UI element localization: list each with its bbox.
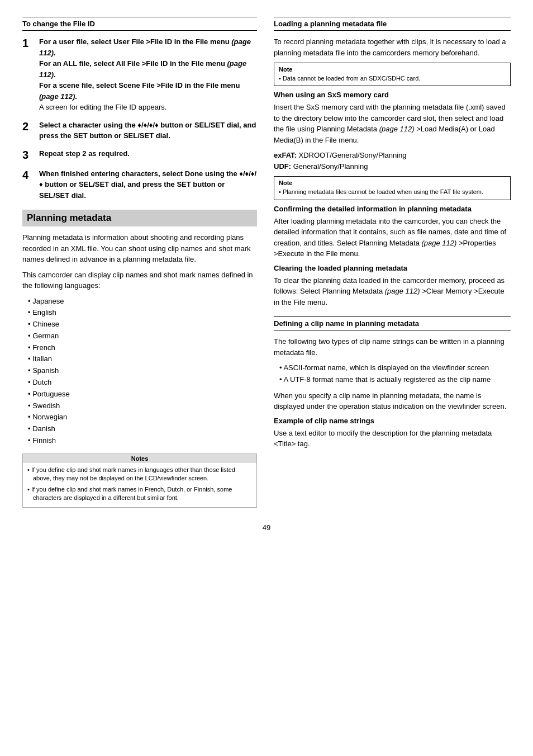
language-list: Japanese English Chinese German French I…: [28, 296, 257, 447]
step-content-3: Repeat step 2 as required.: [39, 148, 130, 162]
note-box-2: Note • Planning metadata files cannot be…: [274, 176, 511, 200]
list-item-german: German: [28, 330, 257, 342]
loading-section-title: Loading a planning metadata file: [274, 17, 511, 31]
confirming-title: Confirming the detailed information in p…: [274, 205, 511, 213]
step-3: 3 Repeat step 2 as required.: [22, 148, 257, 162]
planning-intro-1: Planning metadata is information about s…: [22, 232, 257, 265]
list-item-french: French: [28, 342, 257, 354]
step-content-2: Select a character using the ♦/♦/♦/♦ but…: [39, 120, 257, 141]
note-item-2: If you define clip and shot mark names i…: [27, 485, 252, 503]
left-column: To change the File ID 1 For a user file,…: [22, 17, 257, 512]
clearing-text: To clear the planning data loaded in the…: [274, 275, 511, 308]
list-item-danish: Danish: [28, 423, 257, 435]
defining-list-item-2: A UTF-8 format name that is actually reg…: [279, 374, 511, 386]
defining-list: ASCII-format name, which is displayed on…: [279, 362, 511, 386]
right-column: Loading a planning metadata file To reco…: [274, 17, 511, 512]
list-item-italian: Italian: [28, 353, 257, 365]
sxs-text: Insert the SxS memory card with the plan…: [274, 102, 511, 145]
exfat-text: exFAT: XDROOT/General/Sony/Planning UDF:…: [274, 150, 511, 172]
step-number-1: 1: [22, 36, 34, 113]
defining-intro: The following two types of clip name str…: [274, 336, 511, 358]
step-content-4: When finished entering characters, selec…: [39, 168, 257, 201]
defining-text: When you specify a clip name in planning…: [274, 390, 511, 412]
note-label-2: Note: [279, 179, 506, 186]
notes-label: Notes: [23, 454, 256, 463]
list-item-norwegian: Norwegian: [28, 412, 257, 423]
step-number-2: 2: [22, 120, 34, 141]
step-2: 2 Select a character using the ♦/♦/♦/♦ b…: [22, 120, 257, 141]
planning-metadata-title: Planning metadata: [22, 210, 257, 226]
list-item-swedish: Swedish: [28, 400, 257, 412]
step-number-3: 3: [22, 148, 34, 162]
defining-section-title: Defining a clip name in planning metadat…: [274, 316, 511, 330]
list-item-english: English: [28, 307, 257, 319]
list-item-portuguese: Portuguese: [28, 389, 257, 400]
notes-box: Notes If you define clip and shot mark n…: [22, 453, 257, 508]
sxs-title: When using an SxS memory card: [274, 91, 511, 99]
example-title: Example of clip name strings: [274, 417, 511, 425]
change-file-id-title: To change the File ID: [22, 17, 257, 31]
note-item-1: If you define clip and shot mark names i…: [27, 466, 252, 483]
example-text: Use a text editor to modify the descript…: [274, 428, 511, 450]
list-item-dutch: Dutch: [28, 377, 257, 389]
note-box-1: Note • Data cannot be loaded from an SDX…: [274, 63, 511, 86]
step-4: 4 When finished entering characters, sel…: [22, 168, 257, 201]
confirming-text: After loading planning metadata into the…: [274, 216, 511, 259]
clearing-title: Clearing the loaded planning metadata: [274, 264, 511, 272]
step-number-4: 4: [22, 168, 34, 201]
planning-intro-2: This camcorder can display clip names an…: [22, 270, 257, 291]
step-1: 1 For a user file, select User File >Fil…: [22, 36, 257, 113]
note-text-1: • Data cannot be loaded from an SDXC/SDH…: [279, 74, 506, 83]
defining-list-item-1: ASCII-format name, which is displayed on…: [279, 362, 511, 374]
page-number: 49: [22, 523, 511, 532]
note-label-1: Note: [279, 66, 506, 73]
step-content-1: For a user file, select User File >File …: [39, 36, 257, 113]
loading-intro: To record planning metadata together wit…: [274, 36, 511, 58]
note-text-2: • Planning metadata files cannot be load…: [279, 188, 506, 196]
list-item-finnish: Finnish: [28, 435, 257, 447]
list-item-spanish: Spanish: [28, 365, 257, 377]
list-item-japanese: Japanese: [28, 296, 257, 308]
list-item-chinese: Chinese: [28, 319, 257, 330]
